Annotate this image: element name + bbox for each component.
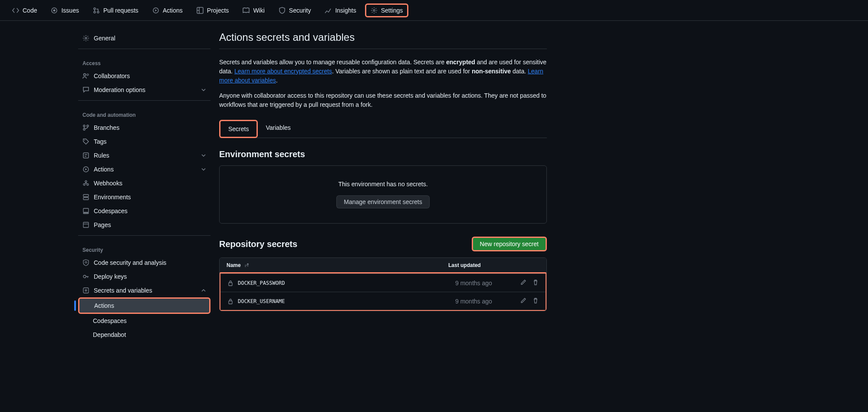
sidebar-item-secrets-vars[interactable]: Secrets and variables [78, 283, 210, 297]
chevron-down-icon [201, 87, 206, 92]
col-name-header[interactable]: Name [227, 262, 448, 268]
tab-pr-label: Pull requests [103, 7, 138, 14]
play-circle-icon [82, 166, 89, 173]
new-repository-secret-button[interactable]: New repository secret [472, 237, 547, 251]
table-row: DOCKER_USERNAME 9 months ago [220, 292, 546, 310]
env-secrets-box: This environment has no secrets. Manage … [219, 165, 547, 224]
svg-point-26 [83, 275, 86, 278]
codespaces-icon [82, 208, 89, 214]
tab-pull-requests[interactable]: Pull requests [88, 3, 144, 17]
svg-rect-20 [83, 194, 89, 197]
subtab-variables[interactable]: Variables [258, 120, 298, 138]
sidebar-item-label: Actions [94, 302, 114, 309]
tab-code-label: Code [23, 7, 37, 14]
sidebar-item-sv-actions[interactable]: Actions [78, 297, 210, 314]
play-circle-icon [152, 7, 159, 14]
tab-actions[interactable]: Actions [147, 3, 188, 17]
tab-projects-label: Projects [207, 7, 229, 14]
sidebar-item-code-security[interactable]: Code security and analysis [78, 256, 210, 270]
edit-button[interactable] [520, 297, 526, 305]
sidebar-item-pages[interactable]: Pages [78, 218, 210, 232]
sidebar-item-label: Rules [94, 152, 109, 159]
secrets-rows: DOCKER_PASSWORD 9 months ago DOCKER_USER… [219, 272, 547, 311]
description-2: Anyone with collaborator access to this … [219, 91, 547, 109]
tab-security-label: Security [289, 7, 311, 14]
project-icon [197, 7, 204, 14]
table-header: Name Last updated [220, 258, 546, 273]
rules-icon [82, 152, 89, 159]
sidebar-item-label: Deploy keys [94, 273, 127, 280]
sidebar-item-label: Pages [94, 221, 111, 228]
svg-point-12 [83, 129, 85, 130]
delete-button[interactable] [533, 297, 539, 305]
code-icon [12, 7, 19, 14]
sidebar-item-moderation[interactable]: Moderation options [78, 83, 210, 97]
tab-settings-label: Settings [381, 7, 403, 14]
sidebar-heading-code: Code and automation [78, 104, 210, 121]
sidebar-item-webhooks[interactable]: Webhooks [78, 176, 210, 190]
shield-icon [279, 7, 286, 14]
svg-point-8 [85, 37, 87, 39]
tab-security[interactable]: Security [273, 3, 316, 17]
asterisk-icon [82, 287, 89, 294]
tab-settings[interactable]: Settings [365, 3, 409, 17]
sidebar-heading-security: Security [78, 239, 210, 256]
svg-point-9 [84, 74, 86, 76]
svg-rect-24 [83, 222, 89, 227]
svg-point-1 [53, 9, 56, 11]
tab-insights[interactable]: Insights [319, 3, 361, 17]
main-content: Actions secrets and variables Secrets an… [219, 31, 547, 342]
svg-point-3 [94, 11, 95, 13]
sidebar-item-branches[interactable]: Branches [78, 121, 210, 135]
sidebar-item-collaborators[interactable]: Collaborators [78, 69, 210, 83]
sidebar-item-rules[interactable]: Rules [78, 148, 210, 162]
sort-icon [243, 263, 249, 268]
pencil-icon [520, 297, 526, 303]
repo-top-nav: Code Issues Pull requests Actions Projec… [0, 0, 868, 21]
sidebar-item-label: Codespaces [94, 208, 128, 214]
subtabs: Secrets Variables [219, 120, 547, 138]
svg-rect-28 [229, 283, 232, 286]
svg-point-7 [373, 10, 375, 11]
lock-icon [227, 280, 233, 286]
pencil-icon [520, 279, 526, 285]
table-row: DOCKER_PASSWORD 9 months ago [220, 274, 546, 292]
tag-icon [82, 138, 89, 145]
sidebar-item-label: Secrets and variables [94, 287, 152, 294]
comment-icon [82, 86, 89, 93]
sidebar-item-label: Webhooks [94, 180, 122, 187]
tab-projects[interactable]: Projects [191, 3, 234, 17]
env-empty-text: This environment has no secrets. [234, 181, 532, 188]
chevron-down-icon [201, 153, 206, 158]
sidebar-item-actions[interactable]: Actions [78, 162, 210, 176]
sidebar-item-label: Dependabot [93, 331, 126, 338]
link-secrets[interactable]: Learn more about encrypted secrets [234, 68, 332, 75]
trash-icon [533, 279, 539, 285]
sidebar-item-sv-codespaces[interactable]: Codespaces [78, 314, 210, 328]
sidebar-item-tags[interactable]: Tags [78, 135, 210, 148]
tab-wiki[interactable]: Wiki [237, 3, 270, 17]
svg-rect-21 [83, 198, 89, 200]
webhook-icon [82, 180, 89, 187]
sidebar-item-sv-dependabot[interactable]: Dependabot [78, 328, 210, 342]
tab-issues[interactable]: Issues [46, 3, 84, 17]
svg-point-4 [97, 11, 99, 13]
svg-point-18 [87, 184, 89, 185]
edit-button[interactable] [520, 279, 526, 287]
tab-code[interactable]: Code [7, 3, 42, 17]
sidebar-item-general[interactable]: General [78, 31, 210, 45]
manage-env-secrets-button[interactable]: Manage environment secrets [336, 195, 430, 208]
sidebar-item-deploy-keys[interactable]: Deploy keys [78, 270, 210, 283]
repo-secrets-heading: Repository secrets [219, 239, 297, 249]
svg-point-17 [83, 184, 85, 185]
secret-date: 9 months ago [455, 298, 520, 305]
book-icon [243, 7, 250, 14]
subtab-secrets[interactable]: Secrets [219, 120, 258, 138]
sidebar-item-environments[interactable]: Environments [78, 190, 210, 204]
chevron-up-icon [201, 288, 206, 293]
delete-button[interactable] [533, 279, 539, 287]
sidebar-item-codespaces[interactable]: Codespaces [78, 204, 210, 218]
people-icon [82, 73, 89, 79]
sidebar-item-label: Code security and analysis [94, 259, 166, 266]
graph-icon [325, 7, 332, 14]
